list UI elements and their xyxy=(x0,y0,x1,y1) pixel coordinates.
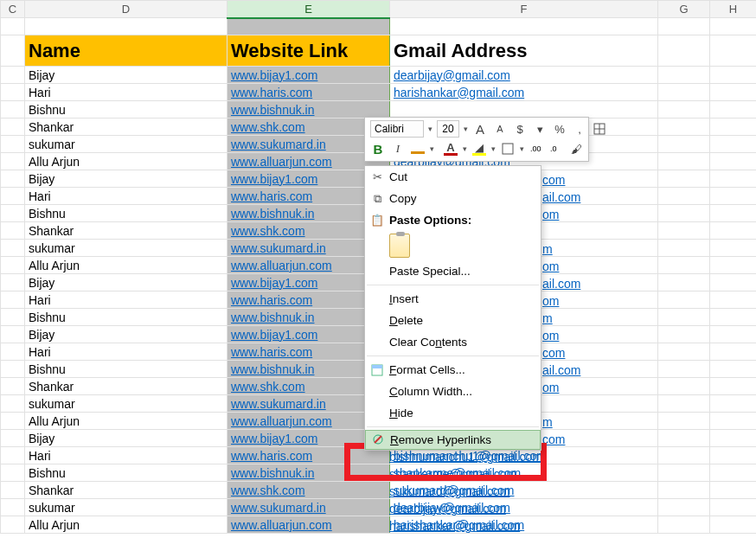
website-link[interactable]: www.alluarjun.com xyxy=(231,414,332,428)
currency-button[interactable]: $ xyxy=(512,120,528,138)
name-cell[interactable]: Hari xyxy=(25,447,227,464)
website-link[interactable]: www.bijay1.com xyxy=(231,276,317,290)
percent-button[interactable]: % xyxy=(552,120,567,138)
email-clip[interactable]: om xyxy=(542,381,559,394)
shrink-font-button[interactable]: A xyxy=(492,120,508,138)
name-cell[interactable]: Hari xyxy=(25,291,227,309)
email-link[interactable]: dearbijay@gmail.com xyxy=(394,68,510,82)
email-clip[interactable]: ail.com xyxy=(542,277,580,291)
website-link[interactable]: www.bishnuk.in xyxy=(231,207,315,221)
email-clip[interactable]: m xyxy=(542,242,553,256)
name-cell[interactable]: Bishnu xyxy=(25,205,227,222)
email-cell[interactable]: harishankar@gmail.com xyxy=(390,84,658,101)
website-link[interactable]: www.sukumard.in xyxy=(231,138,326,151)
increase-decimal-button[interactable]: .00 xyxy=(529,140,544,157)
name-cell[interactable]: Shankar xyxy=(25,482,227,499)
ctx-paste-special[interactable]: Paste Special... xyxy=(365,260,541,282)
ctx-hide[interactable]: Hide xyxy=(365,402,541,424)
context-menu[interactable]: ✂ Cut ⧉ Copy 📋 Paste Options: Paste Spec… xyxy=(364,165,541,451)
table-row[interactable]: Hariwww.haris.comharishankar@gmail.com xyxy=(1,84,757,101)
format-painter-arrow-icon[interactable]: ▾ xyxy=(532,120,548,138)
ctx-column-width[interactable]: Column Width... xyxy=(365,381,541,402)
name-cell[interactable]: Bijay xyxy=(25,326,227,343)
table-row[interactable]: sukumarwww.sukumard.indearbijay@gmail.co… xyxy=(1,499,757,516)
website-link[interactable]: www.haris.com xyxy=(231,86,312,99)
website-link[interactable]: www.haris.com xyxy=(231,293,312,307)
website-link[interactable]: www.haris.com xyxy=(231,449,312,463)
website-link[interactable]: www.alluarjun.com xyxy=(231,259,332,272)
ctx-paste-option-buttons[interactable] xyxy=(365,231,541,260)
website-cell[interactable]: www.shk.com xyxy=(227,482,390,499)
website-cell[interactable]: www.alluarjun.com xyxy=(227,516,390,534)
col-h[interactable]: H xyxy=(710,1,757,18)
name-cell[interactable]: Bishnu xyxy=(25,101,227,118)
col-g[interactable]: G xyxy=(658,1,710,18)
fill-color-button[interactable]: ◢ xyxy=(471,140,487,157)
email-link[interactable]: dearbijay@gmail.com xyxy=(389,502,506,516)
table-row[interactable]: Bijaywww.bijay1.comdearbijay@gmail.com xyxy=(1,67,757,84)
website-link[interactable]: www.shk.com xyxy=(231,380,305,394)
col-c[interactable]: C xyxy=(1,1,25,18)
website-link[interactable]: www.sukumard.in xyxy=(231,501,326,515)
column-header-row[interactable]: C D E F G H xyxy=(1,1,757,18)
name-cell[interactable]: sukumar xyxy=(25,136,227,153)
email-clip[interactable]: om xyxy=(542,259,559,273)
email-cell[interactable]: dearbijay@gmail.com xyxy=(390,67,658,84)
chevron-down-icon[interactable]: ▾ xyxy=(464,125,468,133)
email-link[interactable]: sukumard@gmail.com xyxy=(389,484,509,498)
email-clip[interactable]: ail.com xyxy=(542,190,580,204)
borders-icon[interactable] xyxy=(592,120,607,138)
name-cell[interactable]: Allu Arjun xyxy=(25,153,227,170)
name-cell[interactable]: Bishnu xyxy=(25,361,227,378)
website-link[interactable]: www.alluarjun.com xyxy=(231,518,332,532)
borders-button[interactable] xyxy=(500,140,516,157)
decrease-decimal-button[interactable]: .0 xyxy=(548,140,564,157)
name-cell[interactable]: sukumar xyxy=(25,499,227,516)
grow-font-button[interactable]: A xyxy=(472,120,488,138)
font-name-combo[interactable] xyxy=(370,120,424,138)
website-link[interactable]: www.bishnuk.in xyxy=(231,103,315,117)
chevron-down-icon[interactable]: ▾ xyxy=(430,144,434,153)
table-row[interactable]: Allu Arjunwww.alluarjun.comharishankar@g… xyxy=(1,516,757,534)
website-link[interactable]: www.bijay1.com xyxy=(231,68,317,82)
website-link[interactable]: www.bijay1.com xyxy=(231,432,317,445)
table-row[interactable]: Bishnuwww.bishnuk.in xyxy=(1,101,757,118)
ctx-insert[interactable]: Insert xyxy=(365,288,541,310)
email-cell[interactable] xyxy=(390,101,658,118)
email-clip[interactable]: om xyxy=(542,329,559,343)
col-d[interactable]: D xyxy=(25,1,227,18)
bold-button[interactable]: B xyxy=(370,140,386,157)
format-painter-icon[interactable]: 🖌 xyxy=(568,140,584,157)
table-row[interactable]: Shankarwww.shk.comsukumard@gmail.com xyxy=(1,482,757,499)
paste-button[interactable] xyxy=(389,234,410,258)
chevron-down-icon[interactable]: ▾ xyxy=(428,125,432,133)
row-1-blank[interactable] xyxy=(1,18,757,35)
name-cell[interactable]: Shankar xyxy=(25,378,227,395)
col-e-selected[interactable]: E xyxy=(227,1,390,18)
website-link[interactable]: www.haris.com xyxy=(231,345,312,359)
name-cell[interactable]: Bijay xyxy=(25,430,227,447)
name-cell[interactable]: Hari xyxy=(25,84,227,101)
name-cell[interactable]: Bijay xyxy=(25,170,227,188)
website-link[interactable]: www.bishnuk.in xyxy=(231,466,315,480)
name-cell[interactable]: Allu Arjun xyxy=(25,516,227,534)
name-cell[interactable]: sukumar xyxy=(25,395,227,413)
name-cell[interactable]: Allu Arjun xyxy=(25,413,227,430)
email-link[interactable]: harishankar@gmail.com xyxy=(389,519,520,533)
email-clip[interactable]: om xyxy=(542,294,559,308)
website-link[interactable]: www.shk.com xyxy=(231,120,305,134)
chevron-down-icon[interactable]: ▾ xyxy=(491,144,496,153)
name-cell[interactable]: Bijay xyxy=(25,274,227,291)
name-cell[interactable]: Hari xyxy=(25,188,227,205)
website-link[interactable]: www.bishnuk.in xyxy=(231,362,315,376)
website-link[interactable]: www.shk.com xyxy=(231,484,305,497)
website-link[interactable]: www.shk.com xyxy=(231,224,305,238)
name-cell[interactable]: Bishnu xyxy=(25,464,227,482)
ctx-delete[interactable]: Delete xyxy=(365,310,541,331)
chevron-down-icon[interactable]: ▾ xyxy=(463,144,467,153)
website-link[interactable]: www.bishnuk.in xyxy=(231,311,315,324)
chevron-down-icon[interactable]: ▾ xyxy=(520,144,524,153)
font-color-button[interactable]: A xyxy=(443,140,458,157)
name-cell[interactable]: Bijay xyxy=(25,67,227,84)
ctx-cut[interactable]: ✂ Cut xyxy=(365,166,541,188)
